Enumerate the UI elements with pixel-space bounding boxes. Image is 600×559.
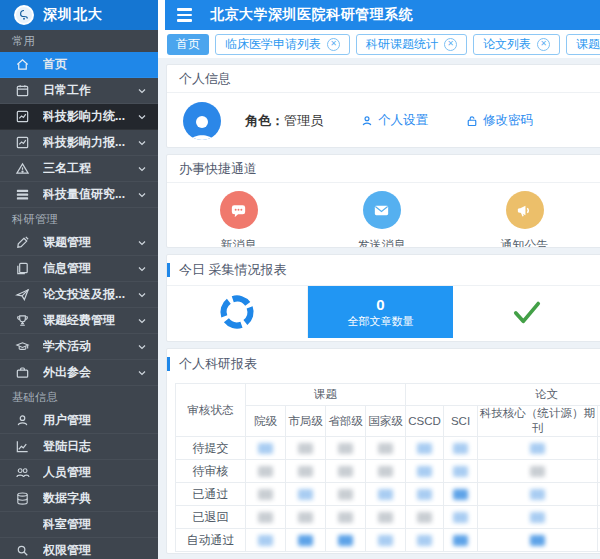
redacted-cell[interactable]	[444, 437, 478, 460]
sidebar-item-paper-submission[interactable]: 论文投送及报...	[0, 282, 158, 308]
redacted-cell[interactable]	[286, 483, 326, 506]
redacted-cell[interactable]	[286, 437, 326, 460]
redacted-cell[interactable]	[326, 437, 366, 460]
collection-spinner-cell[interactable]	[167, 286, 308, 338]
redacted-cell[interactable]	[478, 437, 598, 460]
redacted-cell[interactable]	[444, 529, 478, 552]
sidebar-item-department-mgmt[interactable]: 科室管理	[0, 512, 158, 538]
redacted-cell[interactable]	[406, 506, 444, 529]
sidebar-item-info-mgmt[interactable]: 信息管理	[0, 256, 158, 282]
sidebar-item-permission-mgmt[interactable]: 权限管理	[0, 538, 158, 559]
sidebar-item-home[interactable]: 首页	[0, 52, 158, 78]
card-title: 个人信息	[167, 65, 600, 93]
redacted-cell[interactable]	[478, 506, 598, 529]
redacted-cell[interactable]	[366, 529, 406, 552]
redacted-cell[interactable]	[406, 529, 444, 552]
redacted-cell[interactable]	[366, 483, 406, 506]
tab-label: 课题费用报表	[576, 36, 600, 53]
sidebar-item-topic-funding[interactable]: 课题经费管理	[0, 308, 158, 334]
tab-label: 论文列表	[483, 36, 531, 53]
notice-announcement-shortcut[interactable]: 通知公告	[453, 191, 596, 248]
col-group-topic: 课题	[246, 384, 406, 406]
sidebar-item-data-dictionary[interactable]: 数据字典	[0, 486, 158, 512]
documents-icon	[14, 261, 30, 277]
redacted-cell[interactable]	[326, 529, 366, 552]
tab-topic-expense-report[interactable]: 课题费用报表✕	[566, 34, 600, 55]
send-message-shortcut[interactable]: 发送消息	[310, 191, 453, 248]
redacted-cell[interactable]	[326, 506, 366, 529]
table-row: 自动通过	[176, 529, 600, 552]
close-icon[interactable]: ✕	[327, 38, 340, 51]
redacted-cell[interactable]	[246, 437, 286, 460]
collection-success-cell[interactable]	[453, 286, 600, 338]
redacted-cell[interactable]	[478, 460, 598, 483]
redacted-cell[interactable]	[366, 460, 406, 483]
search-icon	[14, 543, 30, 559]
new-message-shortcut[interactable]: 新消息	[167, 191, 310, 248]
redacted-cell[interactable]	[444, 460, 478, 483]
personal-settings-link[interactable]: 个人设置	[361, 112, 428, 129]
sidebar-item-outbound-meeting[interactable]: 外出参会	[0, 360, 158, 386]
redacted-cell[interactable]	[246, 529, 286, 552]
change-password-link[interactable]: 修改密码	[466, 112, 533, 129]
tab-paper-list[interactable]: 论文列表✕	[473, 34, 560, 55]
redacted-cell[interactable]	[478, 529, 598, 552]
sidebar-item-sanming-project[interactable]: 三名工程	[0, 156, 158, 182]
sidebar-item-login-log[interactable]: 登陆日志	[0, 434, 158, 460]
sidebar-item-academic-activity[interactable]: 学术活动	[0, 334, 158, 360]
redacted-cell[interactable]	[246, 506, 286, 529]
sidebar-item-topic-mgmt[interactable]: 课题管理	[0, 230, 158, 256]
sidebar-item-label: 人员管理	[43, 464, 148, 481]
card-title: 办事快捷通道	[167, 155, 600, 183]
menu-toggle-icon[interactable]	[177, 8, 192, 22]
sidebar-item-user-mgmt[interactable]: 用户管理	[0, 408, 158, 434]
database-icon	[14, 491, 30, 507]
list-icon	[14, 187, 30, 203]
envelope-icon	[363, 191, 401, 229]
personal-info-card: 个人信息 角色：管理员 个人设置 修改密码	[166, 64, 600, 148]
tab-bar: 首页 临床医学申请列表✕ 科研课题统计✕ 论文列表✕ 课题费用报表✕ 用户列表✕	[158, 30, 600, 58]
total-articles-stat[interactable]: 0 全部文章数量	[308, 286, 453, 338]
tab-home[interactable]: 首页	[167, 34, 209, 55]
loading-spinner-icon	[213, 288, 262, 337]
link-label: 修改密码	[483, 112, 533, 129]
close-icon[interactable]: ✕	[537, 38, 550, 51]
redacted-cell[interactable]	[406, 483, 444, 506]
sidebar-item-daily-work[interactable]: 日常工作	[0, 78, 158, 104]
redacted-cell[interactable]	[246, 483, 286, 506]
quick-channel-card: 办事快捷通道 新消息 发送消息	[166, 154, 600, 248]
redacted-cell[interactable]	[478, 483, 598, 506]
sidebar-section-common: 常用	[0, 30, 158, 52]
chevron-down-icon	[136, 111, 148, 123]
chevron-down-icon	[136, 137, 148, 149]
redacted-cell[interactable]	[326, 483, 366, 506]
redacted-cell[interactable]	[366, 506, 406, 529]
redacted-cell[interactable]	[444, 506, 478, 529]
tab-label: 临床医学申请列表	[225, 36, 321, 53]
redacted-cell[interactable]	[406, 460, 444, 483]
today-collection-card: 今日 采集情况报表 0 全部文章数量	[166, 254, 600, 342]
redacted-cell[interactable]	[326, 460, 366, 483]
redacted-cell[interactable]	[406, 437, 444, 460]
redacted-cell[interactable]	[246, 460, 286, 483]
redacted-cell[interactable]	[286, 529, 326, 552]
col-header: 院级	[246, 406, 286, 437]
redacted-cell[interactable]	[286, 460, 326, 483]
personal-research-report-card: 个人科研报表 审核状态 课题 论文 院级 市局级 省部级	[166, 348, 600, 554]
shortcut-label: 新消息	[221, 237, 257, 248]
sidebar-item-tech-value-research[interactable]: 科技量值研究...	[0, 182, 158, 208]
redacted-cell[interactable]	[366, 437, 406, 460]
quick-channel-row: 新消息 发送消息 通知公告	[167, 183, 600, 248]
tab-clinical-medicine-list[interactable]: 临床医学申请列表✕	[215, 34, 350, 55]
sidebar-item-personnel-mgmt[interactable]: 人员管理	[0, 460, 158, 486]
sidebar-item-tech-influence-report[interactable]: 科技影响力报...	[0, 130, 158, 156]
col-header: 国家级	[366, 406, 406, 437]
tab-research-topic-stats[interactable]: 科研课题统计✕	[356, 34, 467, 55]
redacted-cell[interactable]	[444, 483, 478, 506]
sidebar-item-tech-influence-stats[interactable]: 科技影响力统...	[0, 104, 158, 130]
stat-label: 全部文章数量	[348, 314, 414, 329]
card-title: 个人科研报表	[179, 355, 257, 373]
chart-box-icon	[14, 135, 30, 151]
redacted-cell[interactable]	[286, 506, 326, 529]
close-icon[interactable]: ✕	[444, 38, 457, 51]
